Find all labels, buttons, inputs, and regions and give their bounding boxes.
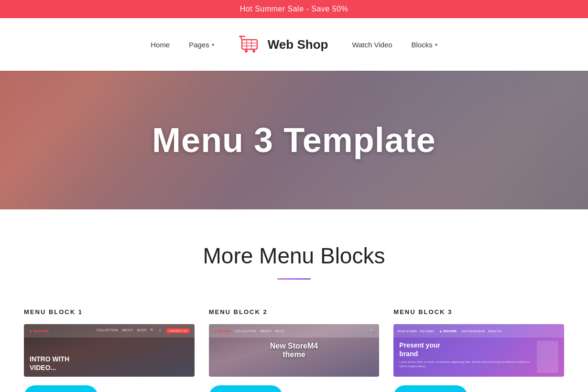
main-section: More Menu Blocks MENU BLOCK 1 ▲ StoreM4 … xyxy=(0,209,588,392)
card-3-body: Present yourbrand Lorem ipsum dolor sit … xyxy=(399,341,558,373)
card-3-bar: Anna di Italia Hot Sales ▲ StoreM4 Just … xyxy=(393,324,564,338)
card-2-live-demo-button[interactable]: LIVE DEMO xyxy=(209,385,283,392)
card-1-text: INTRO WITHVIDEO... xyxy=(30,355,69,372)
navbar: Home Pages ▾ Web Shop Watch Video xyxy=(0,18,588,71)
section-title: More Menu Blocks xyxy=(24,243,564,269)
section-divider xyxy=(277,278,311,280)
hero-title: Menu 3 Template xyxy=(152,120,436,160)
blocks-dropdown-arrow: ▾ xyxy=(435,42,437,47)
card-1-label: MENU BLOCK 1 xyxy=(24,308,195,316)
svg-point-3 xyxy=(252,50,255,53)
card-2-logo: ▲ StoreM4 xyxy=(214,329,231,333)
nav-blocks[interactable]: Blocks ▾ xyxy=(412,41,437,49)
card-1-logo: ▲ StoreM4 xyxy=(29,329,49,333)
card-1: MENU BLOCK 1 ▲ StoreM4 COLLECTION ABOUT … xyxy=(24,308,195,392)
card-2-text: New StoreM4theme xyxy=(270,342,318,359)
card-3-left: Present yourbrand Lorem ipsum dolor sit … xyxy=(399,341,533,373)
card-1-bar: ▲ StoreM4 COLLECTION ABOUT BLOG 🔍 🛒 CONT… xyxy=(24,324,195,338)
nav-watch-video[interactable]: Watch Video xyxy=(352,41,392,49)
nav-home[interactable]: Home xyxy=(151,41,170,49)
card-3-logo: ▲ StoreM4 xyxy=(439,329,457,333)
card-3-image-right xyxy=(537,341,558,373)
card-3-main-text: Present yourbrand xyxy=(399,341,533,358)
card-3-sub-text: Lorem ipsum dolor sit amet, consectetur … xyxy=(399,360,533,368)
card-1-nav: COLLECTION ABOUT BLOG 🔍 🛒 CONTACT US xyxy=(97,328,190,333)
logo[interactable]: Web Shop xyxy=(238,33,328,56)
card-3: MENU BLOCK 3 Anna di Italia Hot Sales ▲ … xyxy=(393,308,564,392)
nav-pages[interactable]: Pages ▾ xyxy=(189,41,214,49)
card-3-label: MENU BLOCK 3 xyxy=(393,308,564,316)
top-banner: Hot Summer Sale - Save 50% xyxy=(0,0,588,18)
cart-icon xyxy=(238,33,262,56)
pages-dropdown-arrow: ▾ xyxy=(212,42,214,47)
card-3-image: Anna di Italia Hot Sales ▲ StoreM4 Just … xyxy=(393,324,564,377)
nav-left: Home Pages ▾ xyxy=(151,41,214,49)
svg-point-2 xyxy=(245,50,248,53)
svg-rect-0 xyxy=(242,40,257,49)
cards-grid: MENU BLOCK 1 ▲ StoreM4 COLLECTION ABOUT … xyxy=(24,308,564,392)
card-2: MENU BLOCK 2 ▲ StoreM4 COLLECTION ABOUT … xyxy=(209,308,380,392)
card-2-image: ▲ StoreM4 COLLECTION ABOUT BLOG 🔍 New St… xyxy=(209,324,380,377)
hero-section: Menu 3 Template xyxy=(0,71,588,209)
logo-text: Web Shop xyxy=(268,37,328,52)
card-1-image: ▲ StoreM4 COLLECTION ABOUT BLOG 🔍 🛒 CONT… xyxy=(24,324,195,377)
card-1-live-demo-button[interactable]: LIVE DEMO xyxy=(24,385,98,392)
nav-right: Watch Video Blocks ▾ xyxy=(352,41,437,49)
card-2-label: MENU BLOCK 2 xyxy=(209,308,380,316)
card-3-live-demo-button[interactable]: LIVE DEMO xyxy=(393,385,468,392)
banner-text: Hot Summer Sale - Save 50% xyxy=(240,5,348,13)
card-2-bar: ▲ StoreM4 COLLECTION ABOUT BLOG 🔍 xyxy=(209,324,380,338)
